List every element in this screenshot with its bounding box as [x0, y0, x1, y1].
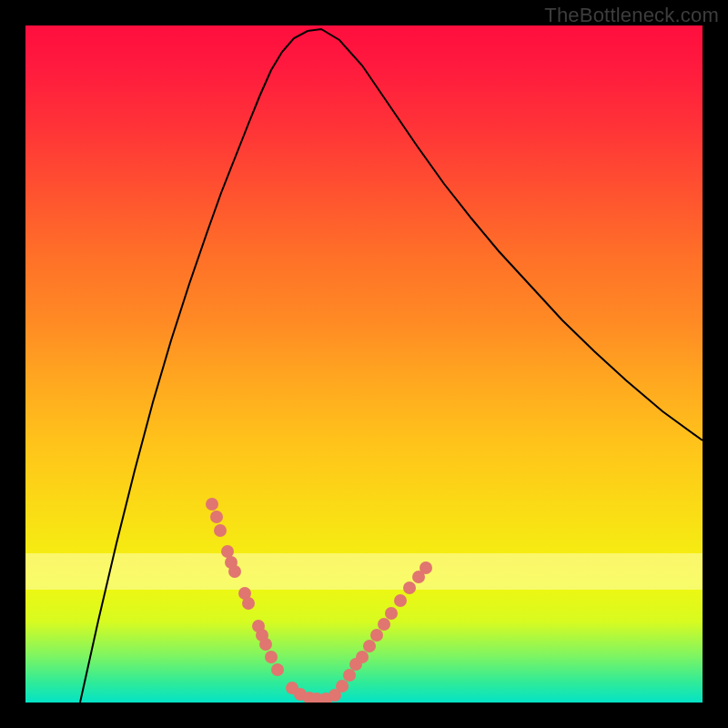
data-marker — [228, 565, 241, 578]
data-marker — [363, 640, 376, 652]
data-marker — [370, 629, 383, 642]
bottleneck-curve-path — [80, 29, 703, 703]
data-marker — [385, 607, 398, 620]
data-marker — [265, 651, 278, 663]
marker-group — [206, 498, 432, 703]
data-marker — [356, 651, 369, 663]
data-marker — [210, 511, 223, 523]
watermark-text: TheBottleneck.com — [544, 4, 719, 27]
chart-svg — [25, 25, 703, 703]
data-marker — [242, 597, 255, 610]
data-marker — [259, 638, 272, 651]
data-marker — [343, 669, 356, 682]
data-marker — [214, 524, 227, 537]
data-marker — [271, 663, 284, 676]
data-marker — [420, 561, 432, 574]
data-marker — [394, 594, 407, 607]
data-marker — [206, 498, 218, 511]
data-marker — [378, 618, 390, 631]
data-marker — [221, 545, 234, 558]
data-marker — [336, 680, 349, 693]
data-marker — [403, 581, 416, 594]
